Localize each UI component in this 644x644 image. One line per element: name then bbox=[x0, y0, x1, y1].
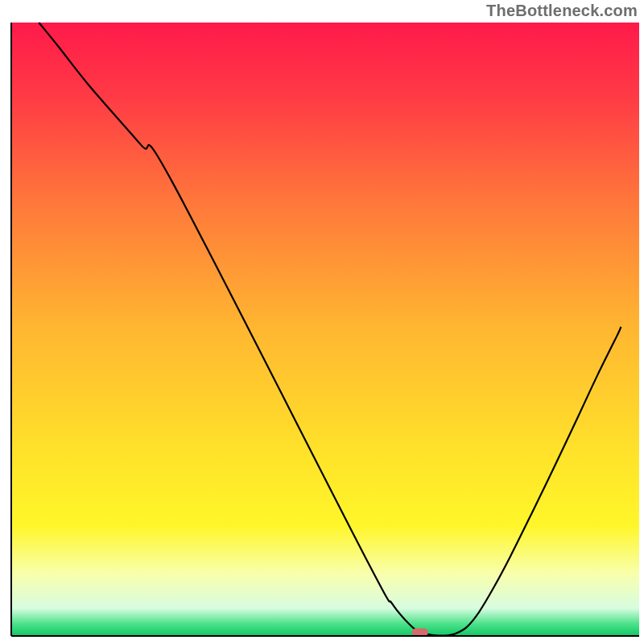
plot-background bbox=[11, 23, 639, 636]
bottleneck-chart: TheBottleneck.com bbox=[0, 0, 644, 644]
chart-canvas bbox=[0, 0, 644, 644]
optimal-marker bbox=[412, 628, 428, 636]
